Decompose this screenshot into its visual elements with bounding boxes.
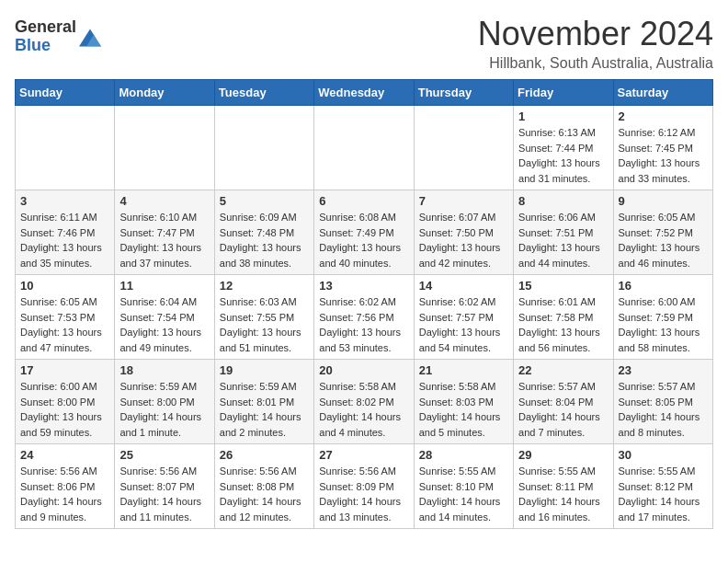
day-info: Sunrise: 5:55 AMSunset: 8:10 PMDaylight:…	[419, 464, 508, 524]
day-info-line: Sunset: 7:47 PM	[119, 225, 209, 241]
day-info-line: Sunset: 8:02 PM	[319, 395, 408, 410]
day-info-line: Sunset: 7:48 PM	[220, 225, 309, 241]
calendar-cell: 29Sunrise: 5:55 AMSunset: 8:11 PMDayligh…	[514, 444, 613, 529]
title-area: November 2024 Hillbank, South Australia,…	[478, 15, 713, 72]
day-info-line: Daylight: 13 hours	[20, 240, 109, 256]
day-info: Sunrise: 6:02 AMSunset: 7:57 PMDaylight:…	[419, 294, 508, 355]
day-info-line: Sunset: 8:00 PM	[20, 395, 109, 410]
day-info-line: Sunset: 8:07 PM	[119, 479, 209, 495]
day-info: Sunrise: 6:06 AMSunset: 7:51 PMDaylight:…	[518, 210, 608, 270]
day-info-line: and 44 minutes.	[518, 256, 608, 271]
day-info-line: Sunset: 8:10 PM	[419, 479, 508, 495]
day-info-line: Sunset: 7:59 PM	[619, 310, 708, 326]
calendar-cell: 10Sunrise: 6:05 AMSunset: 7:53 PMDayligh…	[16, 275, 115, 360]
day-number: 10	[20, 279, 109, 293]
day-info-line: Daylight: 14 hours	[220, 409, 309, 425]
calendar-cell: 16Sunrise: 6:00 AMSunset: 7:59 PMDayligh…	[613, 275, 712, 360]
month-title: November 2024	[478, 15, 713, 53]
day-info: Sunrise: 6:13 AMSunset: 7:44 PMDaylight:…	[518, 125, 608, 186]
day-info: Sunrise: 5:56 AMSunset: 8:08 PMDaylight:…	[220, 464, 309, 524]
calendar-cell: 22Sunrise: 5:57 AMSunset: 8:04 PMDayligh…	[514, 360, 613, 444]
week-row-3: 10Sunrise: 6:05 AMSunset: 7:53 PMDayligh…	[16, 275, 713, 360]
day-info-line: and 54 minutes.	[419, 340, 508, 356]
day-info-line: and 51 minutes.	[220, 340, 309, 356]
day-info-line: Sunrise: 6:07 AM	[419, 210, 508, 225]
day-number: 3	[20, 194, 109, 208]
day-info: Sunrise: 5:59 AMSunset: 8:00 PMDaylight:…	[119, 379, 209, 440]
day-number: 5	[220, 194, 309, 208]
day-info-line: Sunrise: 6:03 AM	[220, 294, 309, 310]
day-info-line: and 1 minute.	[119, 425, 209, 441]
day-info-line: and 14 minutes.	[419, 510, 508, 525]
day-info-line: and 42 minutes.	[419, 256, 508, 271]
calendar-cell: 3Sunrise: 6:11 AMSunset: 7:46 PMDaylight…	[16, 190, 115, 275]
day-info: Sunrise: 6:01 AMSunset: 7:58 PMDaylight:…	[518, 294, 608, 355]
day-info-line: and 47 minutes.	[20, 340, 109, 356]
day-info-line: Sunrise: 5:59 AM	[220, 379, 309, 395]
day-info-line: and 4 minutes.	[319, 425, 408, 441]
day-info-line: Sunset: 8:06 PM	[20, 479, 109, 495]
day-info-line: Sunset: 7:54 PM	[119, 310, 209, 326]
day-info: Sunrise: 5:56 AMSunset: 8:06 PMDaylight:…	[20, 464, 109, 524]
day-info-line: and 12 minutes.	[220, 510, 309, 525]
day-info-line: and 53 minutes.	[319, 340, 408, 356]
day-info-line: Sunrise: 5:55 AM	[419, 464, 508, 479]
day-info: Sunrise: 6:04 AMSunset: 7:54 PMDaylight:…	[119, 294, 209, 355]
day-info-line: Sunset: 8:04 PM	[518, 395, 608, 410]
day-info-line: and 37 minutes.	[119, 256, 209, 271]
calendar-cell: 17Sunrise: 6:00 AMSunset: 8:00 PMDayligh…	[16, 360, 115, 444]
day-info: Sunrise: 5:55 AMSunset: 8:11 PMDaylight:…	[518, 464, 608, 524]
day-info-line: Sunrise: 6:06 AM	[518, 210, 608, 225]
day-number: 23	[619, 363, 708, 377]
day-info-line: Sunrise: 5:57 AM	[518, 379, 608, 395]
day-info-line: Daylight: 14 hours	[419, 409, 508, 425]
day-info-line: Daylight: 14 hours	[220, 494, 309, 510]
day-info-line: Sunrise: 5:58 AM	[319, 379, 408, 395]
weekday-header-friday: Friday	[514, 80, 613, 106]
day-info-line: Daylight: 13 hours	[119, 240, 209, 256]
weekday-header-monday: Monday	[115, 80, 214, 106]
calendar-cell: 20Sunrise: 5:58 AMSunset: 8:02 PMDayligh…	[314, 360, 414, 444]
calendar-table: SundayMondayTuesdayWednesdayThursdayFrid…	[15, 79, 713, 529]
day-info: Sunrise: 6:10 AMSunset: 7:47 PMDaylight:…	[119, 210, 209, 270]
calendar-cell: 12Sunrise: 6:03 AMSunset: 7:55 PMDayligh…	[214, 275, 313, 360]
logo-general: General	[15, 18, 76, 37]
day-number: 6	[319, 194, 408, 208]
calendar-cell: 28Sunrise: 5:55 AMSunset: 8:10 PMDayligh…	[414, 444, 513, 529]
day-number: 13	[319, 279, 408, 293]
day-info-line: Sunrise: 6:00 AM	[20, 379, 109, 395]
day-number: 28	[419, 448, 508, 462]
day-info-line: Sunset: 8:08 PM	[220, 479, 309, 495]
day-info-line: Sunrise: 6:05 AM	[20, 294, 109, 310]
weekday-header-row: SundayMondayTuesdayWednesdayThursdayFrid…	[16, 80, 713, 106]
week-row-5: 24Sunrise: 5:56 AMSunset: 8:06 PMDayligh…	[16, 444, 713, 529]
calendar-cell	[414, 106, 513, 190]
calendar-cell: 6Sunrise: 6:08 AMSunset: 7:49 PMDaylight…	[314, 190, 414, 275]
day-info-line: Daylight: 13 hours	[319, 240, 408, 256]
day-info: Sunrise: 6:00 AMSunset: 7:59 PMDaylight:…	[619, 294, 708, 355]
day-info-line: Sunset: 8:03 PM	[419, 395, 508, 410]
day-info-line: Sunrise: 6:01 AM	[518, 294, 608, 310]
day-info-line: Daylight: 14 hours	[319, 494, 408, 510]
day-number: 21	[419, 363, 508, 377]
day-info-line: Daylight: 13 hours	[20, 409, 109, 425]
day-info: Sunrise: 5:56 AMSunset: 8:09 PMDaylight:…	[319, 464, 408, 524]
day-info-line: and 31 minutes.	[518, 171, 608, 187]
calendar-cell: 23Sunrise: 5:57 AMSunset: 8:05 PMDayligh…	[613, 360, 712, 444]
day-info-line: Sunrise: 6:04 AM	[119, 294, 209, 310]
day-info-line: Sunset: 8:01 PM	[220, 395, 309, 410]
day-info-line: and 40 minutes.	[319, 256, 408, 271]
calendar-cell: 7Sunrise: 6:07 AMSunset: 7:50 PMDaylight…	[414, 190, 513, 275]
day-info: Sunrise: 6:05 AMSunset: 7:53 PMDaylight:…	[20, 294, 109, 355]
calendar-cell	[214, 106, 313, 190]
day-info-line: Sunrise: 6:05 AM	[619, 210, 708, 225]
calendar-cell: 8Sunrise: 6:06 AMSunset: 7:51 PMDaylight…	[514, 190, 613, 275]
day-info-line: Daylight: 13 hours	[419, 325, 508, 340]
day-info-line: and 35 minutes.	[20, 256, 109, 271]
day-info-line: Daylight: 14 hours	[119, 494, 209, 510]
day-info-line: Sunset: 7:53 PM	[20, 310, 109, 326]
day-info-line: and 46 minutes.	[619, 256, 708, 271]
day-info-line: Sunset: 7:51 PM	[518, 225, 608, 241]
day-info-line: and 11 minutes.	[119, 510, 209, 525]
day-info-line: Daylight: 13 hours	[518, 325, 608, 340]
